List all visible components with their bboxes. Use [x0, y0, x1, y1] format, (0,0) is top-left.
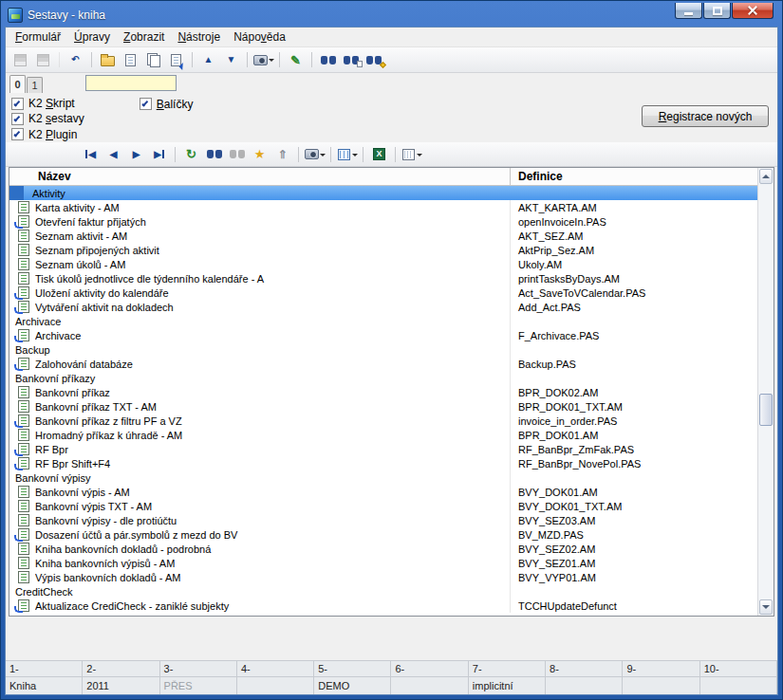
- cell-nazev: Hromadný příkaz k úhradě - AM: [35, 428, 511, 442]
- scrollbar-thumb[interactable]: [759, 394, 773, 426]
- checkbox-k2-skript[interactable]: K2 Skript: [11, 96, 84, 111]
- toolbar-button[interactable]: ▲: [197, 49, 219, 70]
- table-row[interactable]: Vytváření aktivit na dokladech Add_Act.P…: [9, 300, 757, 314]
- table-row[interactable]: Kniha bankovních dokladů - podrobná BVY_…: [9, 542, 757, 556]
- checkbox-k2-plugin[interactable]: K2 Plugin: [11, 127, 84, 142]
- menu-formular[interactable]: Formulář: [9, 28, 67, 46]
- dropdown-arrow-icon[interactable]: [319, 147, 326, 162]
- window-controls: [675, 3, 774, 19]
- table-row[interactable]: Výpis bankovních dokladů - AM BVY_VYP01.…: [9, 570, 757, 584]
- checkbox-balicky[interactable]: Balíčky: [140, 96, 194, 112]
- table-row[interactable]: Seznam úkolů - AM Ukoly.AM: [9, 257, 757, 271]
- report-grid: Název Definice Aktivity Karta aktivity -…: [9, 167, 774, 617]
- maximize-button[interactable]: [703, 3, 731, 19]
- toolbar-button[interactable]: [142, 49, 164, 70]
- status-label-cell: 4-: [237, 661, 314, 676]
- close-button[interactable]: [732, 3, 774, 19]
- table-row[interactable]: Dosazení účtů a pár.symbolů z mezd do BV…: [9, 527, 757, 542]
- post-icon: [36, 52, 51, 67]
- toolbar-button[interactable]: ▶: [148, 144, 170, 165]
- minimize-button[interactable]: [675, 3, 702, 19]
- toolbar-button[interactable]: [401, 144, 422, 165]
- quick-filter-input[interactable]: [85, 75, 177, 91]
- checkbox-box-icon[interactable]: [11, 113, 24, 125]
- table-row[interactable]: Karta aktivity - AM AKT_KARTA.AM: [9, 200, 757, 214]
- checkbox-box-icon[interactable]: [140, 98, 152, 110]
- toolbar-button[interactable]: ↶: [65, 49, 86, 70]
- table-row[interactable]: Archivace: [9, 314, 757, 328]
- dropdown-arrow-icon[interactable]: [268, 52, 274, 67]
- toolbar-button[interactable]: [317, 49, 339, 70]
- table-row[interactable]: Bankovní výpis TXT - AM BVY_DOK01_TXT.AM: [9, 499, 757, 513]
- table-row[interactable]: Tisk úkolů jednotlivce dle týdenního kal…: [9, 271, 757, 286]
- menu-zobrazit[interactable]: Zobrazit: [117, 28, 171, 46]
- checkbox-k2-sestavy[interactable]: K2 sestavy: [11, 111, 84, 126]
- scroll-down-icon[interactable]: [759, 599, 773, 615]
- toolbar-button[interactable]: [340, 49, 362, 70]
- title-bar[interactable]: Sestavy - kniha: [5, 1, 778, 27]
- toolbar-button[interactable]: ★: [249, 144, 270, 165]
- dropdown-arrow-icon[interactable]: [416, 147, 422, 162]
- toolbar-button[interactable]: ↻: [180, 144, 202, 165]
- menu-napoveda[interactable]: Nápověda: [227, 28, 292, 46]
- table-row[interactable]: Hromadný příkaz k úhradě - AM BPR_DOK01.…: [9, 428, 757, 442]
- table-row[interactable]: Seznam aktivit - AM AKT_SEZ.AM: [9, 229, 757, 243]
- table-row[interactable]: Bankovní příkaz TXT - AM BPR_DOK01_TXT.A…: [9, 399, 757, 414]
- toolbar-button[interactable]: [32, 49, 54, 70]
- table-row[interactable]: Bankovní příkaz BPR_DOK02.AM: [9, 385, 757, 399]
- toolbar-button[interactable]: [203, 144, 225, 165]
- toolbar-button[interactable]: [120, 49, 141, 70]
- menu-upravy[interactable]: Úpravy: [67, 28, 117, 46]
- toolbar-button[interactable]: ✎: [285, 49, 307, 70]
- table-row[interactable]: Bankovní výpis - AM BVY_DOK01.AM: [9, 485, 757, 499]
- table-row[interactable]: Uložení aktivity do kalendáře Act_SaveTo…: [9, 286, 757, 300]
- table-row[interactable]: CreditCheck: [9, 584, 757, 599]
- toolbar-button[interactable]: [252, 49, 274, 70]
- toolbar-button[interactable]: [363, 49, 384, 70]
- toolbar-button[interactable]: X: [368, 144, 390, 165]
- toolbar-button[interactable]: [97, 49, 119, 70]
- toolbar-button[interactable]: ◀: [80, 144, 102, 165]
- table-row[interactable]: Aktivity: [9, 186, 757, 200]
- table-row[interactable]: Bankovní výpisy: [9, 470, 757, 485]
- register-button[interactable]: Registrace nových: [642, 105, 769, 127]
- table-row[interactable]: Bankovní příkazy: [9, 371, 757, 385]
- table-row[interactable]: Aktualizace CrediCheck - zaniklé subjekt…: [9, 599, 757, 613]
- tab-0[interactable]: 0: [9, 75, 26, 93]
- table-row[interactable]: Kniha bankovních výpisů - AM BVY_SEZ01.A…: [9, 556, 757, 570]
- tab-1[interactable]: 1: [27, 77, 43, 93]
- checkbox-box-icon[interactable]: [11, 128, 24, 140]
- table-row[interactable]: Backup: [9, 342, 757, 357]
- table-row[interactable]: RF Bpr RF_BanBpr_ZmFak.PAS: [9, 442, 757, 456]
- column-header-definice[interactable]: Definice: [511, 170, 757, 183]
- toolbar-button[interactable]: [9, 49, 31, 70]
- menu-nastroje[interactable]: Nástroje: [171, 28, 227, 46]
- toolbar-button[interactable]: ⇑: [271, 144, 293, 165]
- table-row[interactable]: Bankovní výpisy - dle protiúčtu BVY_SEZ0…: [9, 513, 757, 527]
- table-row[interactable]: RF Bpr Shift+F4 RF_BanBpr_NovePol.PAS: [9, 456, 757, 470]
- toolbar-button[interactable]: [165, 49, 187, 70]
- toolbar-button[interactable]: [226, 144, 248, 165]
- scrollbar-track[interactable]: [758, 185, 774, 599]
- toolbar-button[interactable]: ▼: [220, 49, 242, 70]
- prev-record-icon: ◀: [106, 147, 121, 162]
- app-window: Sestavy - kniha FormulářÚpravyZobrazitNá…: [0, 0, 783, 700]
- toolbar-button[interactable]: ▶: [125, 144, 147, 165]
- table-row[interactable]: Bankovní příkaz z filtru PF a VZ invoice…: [9, 414, 757, 428]
- toolbar-button[interactable]: ◀: [103, 144, 124, 165]
- vertical-scrollbar[interactable]: [757, 168, 774, 616]
- table-row[interactable]: Zalohování databáze Backup.PAS: [9, 357, 757, 371]
- table-row[interactable]: Seznam připojených aktivit AktPrip_Sez.A…: [9, 243, 757, 257]
- minimize-icon: [684, 12, 693, 15]
- checkbox-box-icon[interactable]: [11, 98, 24, 110]
- column-header-nazev[interactable]: Název: [9, 168, 511, 185]
- toolbar-button[interactable]: [304, 144, 326, 165]
- table-row[interactable]: Otevření faktur přijatých openInvoiceIn.…: [9, 214, 757, 229]
- dropdown-arrow-icon[interactable]: [351, 147, 358, 162]
- scroll-up-icon[interactable]: [759, 169, 773, 184]
- status-rights: PŘES: [160, 677, 237, 694]
- cell-nazev: Karta aktivity - AM: [35, 200, 511, 214]
- table-row[interactable]: Archivace F_Archivace.PAS: [9, 328, 757, 342]
- toolbar-button[interactable]: [336, 144, 358, 165]
- cell-nazev: Kniha bankovních dokladů - podrobná: [35, 542, 511, 556]
